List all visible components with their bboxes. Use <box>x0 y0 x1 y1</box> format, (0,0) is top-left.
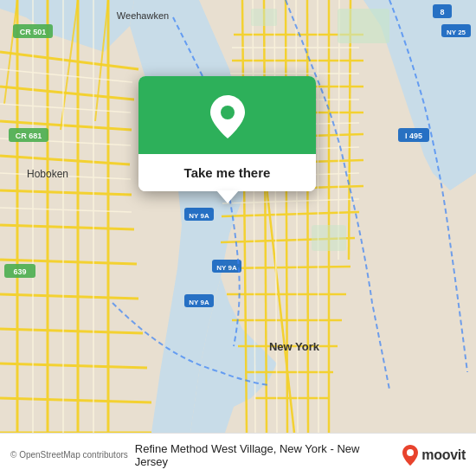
svg-point-92 <box>221 106 235 119</box>
popup-arrow <box>216 190 239 203</box>
popup-green-area <box>138 76 316 154</box>
map: CR 501 CR 681 639 NY 9A NY 9A NY 9A NY 9… <box>0 0 476 433</box>
svg-text:New York: New York <box>269 340 320 353</box>
popup-card: Take me there <box>138 76 316 191</box>
svg-line-39 <box>307 0 308 433</box>
svg-line-56 <box>318 0 318 433</box>
svg-rect-90 <box>251 9 277 26</box>
moovit-pin-icon <box>402 444 419 466</box>
svg-text:8: 8 <box>440 8 444 16</box>
svg-text:Weehawken: Weehawken <box>117 10 169 21</box>
svg-text:Hoboken: Hoboken <box>27 168 68 180</box>
take-me-there-button[interactable]: Take me there <box>138 154 316 191</box>
map-svg: CR 501 CR 681 639 NY 9A NY 9A NY 9A NY 9… <box>0 0 476 433</box>
svg-point-93 <box>407 449 414 456</box>
bottom-bar: © OpenStreetMap contributors Refine Meth… <box>0 433 476 476</box>
moovit-logo: moovit <box>402 444 466 466</box>
svg-text:639: 639 <box>13 267 26 276</box>
svg-text:CR 681: CR 681 <box>16 132 42 140</box>
moovit-text: moovit <box>421 447 466 463</box>
svg-text:NY 9A: NY 9A <box>189 299 209 306</box>
svg-text:NY 9A: NY 9A <box>189 212 209 220</box>
svg-rect-91 <box>312 225 346 251</box>
attribution-text: © OpenStreetMap contributors <box>10 450 128 460</box>
svg-text:CR 501: CR 501 <box>20 28 47 36</box>
svg-text:NY 9A: NY 9A <box>216 264 237 272</box>
svg-text:NY 25: NY 25 <box>447 29 466 36</box>
location-label: Refine Method West Village, New York - N… <box>135 442 396 468</box>
location-pin-icon <box>209 93 247 140</box>
svg-rect-89 <box>338 9 389 43</box>
svg-text:I 495: I 495 <box>405 132 422 140</box>
